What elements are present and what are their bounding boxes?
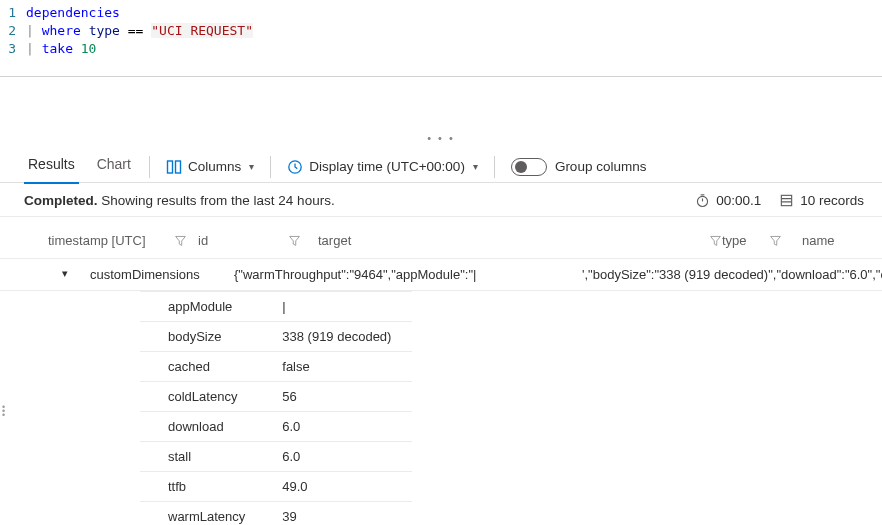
pipe-token: | <box>26 23 42 38</box>
detail-row: stall6.0 <box>140 442 412 472</box>
col-header-timestamp[interactable]: timestamp [UTC] <box>48 233 146 248</box>
vertical-drag-icon[interactable]: ••• <box>2 405 5 417</box>
results-toolbar: Results Chart Columns ▾ Display time (UT… <box>0 145 882 183</box>
take-number: 10 <box>81 41 97 56</box>
clock-icon <box>287 159 303 175</box>
detail-key: warmLatency <box>140 502 282 526</box>
query-editor[interactable]: 1 dependencies 2 | where type == "UCI RE… <box>0 0 882 83</box>
detail-value: 56 <box>282 382 412 412</box>
col-header-id[interactable]: id <box>198 233 208 248</box>
display-time-button[interactable]: Display time (UTC+00:00) ▾ <box>285 157 480 177</box>
detail-row: coldLatency56 <box>140 382 412 412</box>
gutter-line-1: 1 <box>0 4 26 22</box>
detail-key: coldLatency <box>140 382 282 412</box>
columns-icon <box>166 159 182 175</box>
pane-splitter[interactable]: • • • <box>0 131 882 145</box>
tab-chart[interactable]: Chart <box>93 150 135 184</box>
results-grid-header: timestamp [UTC] id target type name <box>0 217 882 259</box>
detail-value: 6.0 <box>282 442 412 472</box>
where-string: "UCI REQUEST" <box>151 23 253 38</box>
detail-key: bodySize <box>140 322 282 352</box>
detail-value: false <box>282 352 412 382</box>
detail-value: 6.0 <box>282 412 412 442</box>
separator <box>494 156 495 178</box>
detail-row: cachedfalse <box>140 352 412 382</box>
detail-key: download <box>140 412 282 442</box>
detail-row: ttfb49.0 <box>140 472 412 502</box>
filter-icon[interactable] <box>174 234 187 247</box>
detail-value: 39 <box>282 502 412 526</box>
svg-rect-4 <box>782 195 792 205</box>
where-op: == <box>128 23 144 38</box>
record-count: 10 records <box>800 193 864 208</box>
filter-icon[interactable] <box>709 234 722 247</box>
group-columns-toggle[interactable]: Group columns <box>509 156 649 178</box>
take-keyword: take <box>42 41 73 56</box>
where-keyword: where <box>42 23 81 38</box>
display-time-label: Display time (UTC+00:00) <box>309 159 465 174</box>
detail-row: appModule| <box>140 292 412 322</box>
expanded-row-json-left: {"warmThroughput":"9464","appModule":"| <box>234 267 522 282</box>
gutter-line-2: 2 <box>0 22 26 40</box>
detail-value: 49.0 <box>282 472 412 502</box>
elapsed-time: 00:00.1 <box>716 193 761 208</box>
svg-rect-0 <box>167 161 172 173</box>
filter-icon[interactable] <box>769 234 782 247</box>
svg-rect-1 <box>175 161 180 173</box>
detail-key: cached <box>140 352 282 382</box>
col-header-type[interactable]: type <box>722 233 747 248</box>
group-columns-label: Group columns <box>555 159 647 174</box>
detail-row: bodySize338 (919 decoded) <box>140 322 412 352</box>
status-completed: Completed. <box>24 193 98 208</box>
expanded-row-customdimensions[interactable]: ▾ customDimensions {"warmThroughput":"94… <box>0 259 882 291</box>
detail-row: warmLatency39 <box>140 502 412 526</box>
separator <box>270 156 271 178</box>
chevron-down-icon[interactable]: ▾ <box>62 267 76 280</box>
status-bar: Completed. Showing results from the last… <box>0 183 882 217</box>
toggle-off[interactable] <box>511 158 547 176</box>
detail-key: appModule <box>140 292 282 322</box>
tab-results[interactable]: Results <box>24 150 79 184</box>
detail-key: stall <box>140 442 282 472</box>
customdimensions-detail-table: appModule|bodySize338 (919 decoded)cache… <box>140 291 412 525</box>
where-column: type <box>89 23 120 38</box>
separator <box>149 156 150 178</box>
detail-value: 338 (919 decoded) <box>282 322 412 352</box>
detail-key: ttfb <box>140 472 282 502</box>
query-token-table: dependencies <box>26 5 120 20</box>
filter-icon[interactable] <box>288 234 301 247</box>
expanded-row-json-right: ',"bodySize":"338 (919 decoded)","downlo… <box>582 267 882 282</box>
detail-value: | <box>282 292 412 322</box>
col-header-name[interactable]: name <box>802 233 835 248</box>
detail-row: download6.0 <box>140 412 412 442</box>
chevron-down-icon: ▾ <box>249 161 254 172</box>
records-icon <box>779 193 794 208</box>
gutter-line-3: 3 <box>0 40 26 58</box>
stopwatch-icon <box>695 193 710 208</box>
chevron-down-icon: ▾ <box>473 161 478 172</box>
status-message: Showing results from the last 24 hours. <box>101 193 334 208</box>
col-header-target[interactable]: target <box>318 233 351 248</box>
columns-button[interactable]: Columns ▾ <box>164 157 256 177</box>
columns-label: Columns <box>188 159 241 174</box>
expanded-row-key: customDimensions <box>90 267 234 282</box>
pipe-token: | <box>26 41 42 56</box>
